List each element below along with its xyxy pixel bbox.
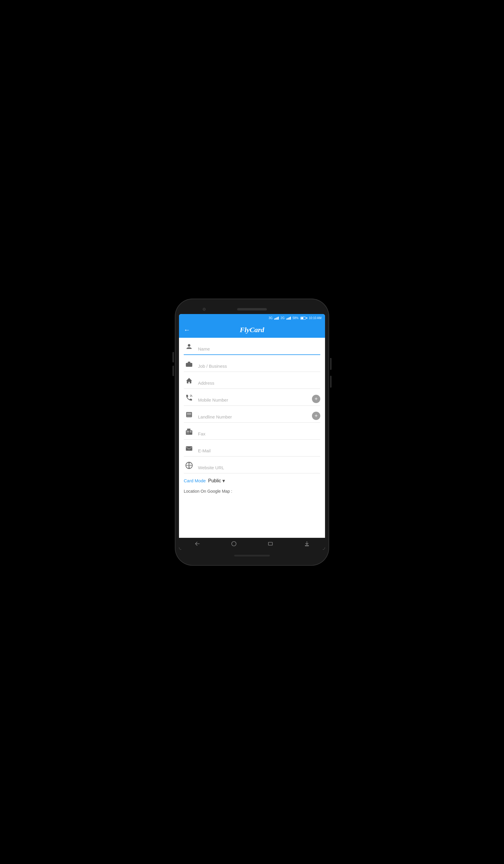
fax-icon [184,426,194,437]
name-input[interactable] [198,346,320,352]
app-header: ← FlyCard [179,322,325,338]
svg-rect-12 [190,431,192,432]
battery-icon [300,317,307,320]
svg-rect-16 [187,429,191,430]
signal-2g-label: 2G [280,316,284,320]
visibility-dropdown[interactable]: Public ▾ [208,478,225,484]
add-landline-button[interactable]: + [312,412,320,420]
phone-top [179,304,325,314]
signal-bars-2 [286,317,291,320]
location-row: Location On Google Map : [184,487,320,496]
power-button[interactable] [330,358,332,370]
bottom-speaker [234,555,270,556]
nav-back-button[interactable] [194,540,201,547]
signal-3g-label: 3G [268,316,273,320]
status-bar: 3G 2G 58% 10:10 AM [179,314,325,322]
signal-bars-1 [274,317,279,320]
back-button[interactable]: ← [184,326,190,334]
volume-up-button[interactable] [172,352,174,362]
job-field-row [184,355,320,372]
svg-point-19 [231,541,236,546]
svg-rect-9 [191,416,191,417]
card-mode-label[interactable]: Card Mode [184,478,206,483]
address-input[interactable] [198,381,320,386]
phone-device: 3G 2G 58% 10:10 AM ← F [175,299,329,566]
svg-rect-14 [188,433,188,434]
person-icon [184,341,194,352]
app-title: FlyCard [195,326,309,334]
svg-rect-17 [186,446,192,451]
name-field-row [184,338,320,355]
landline-phone-icon [184,409,194,420]
svg-rect-11 [187,431,189,432]
globe-icon [184,460,194,471]
email-input[interactable] [198,448,320,454]
phone-screen: 3G 2G 58% 10:10 AM ← F [179,314,325,550]
earpiece-speaker [237,308,267,311]
time-label: 10:10 AM [309,316,322,320]
svg-rect-15 [189,433,189,434]
home-icon [184,375,194,386]
landline-input[interactable] [198,414,312,420]
fax-input[interactable] [198,431,320,437]
mobile-field-row: + [184,389,320,406]
battery-pct-label: 58% [293,316,299,320]
website-field-row [184,456,320,473]
dropdown-arrow-icon: ▾ [222,478,225,484]
nav-download-button[interactable] [303,540,311,547]
briefcase-icon [184,359,194,369]
phone-bottom [179,551,325,560]
location-label: Location On Google Map : [184,489,232,494]
email-icon [184,443,194,454]
svg-rect-6 [187,416,188,417]
svg-rect-8 [189,416,190,417]
mobile-input[interactable] [198,397,312,403]
front-camera [203,308,206,311]
volume-down-button[interactable] [172,366,174,376]
address-field-row [184,372,320,389]
svg-rect-5 [187,412,191,415]
svg-point-0 [188,344,191,347]
nav-recents-button[interactable] [267,540,274,547]
svg-rect-20 [268,542,272,545]
volume-button[interactable] [330,376,332,388]
svg-rect-7 [188,416,189,417]
card-mode-row: Card Mode Public ▾ [184,473,320,487]
job-input[interactable] [198,363,320,369]
email-field-row [184,440,320,456]
svg-rect-13 [187,433,187,434]
add-mobile-button[interactable]: + [312,395,320,403]
website-input[interactable] [198,465,320,471]
nav-home-button[interactable] [230,540,238,547]
android-nav-bar [179,538,325,550]
fax-field-row [184,423,320,440]
form-content: + + [179,338,325,538]
mobile-phone-icon [184,392,194,403]
visibility-label: Public [208,478,221,483]
landline-field-row: + [184,406,320,423]
